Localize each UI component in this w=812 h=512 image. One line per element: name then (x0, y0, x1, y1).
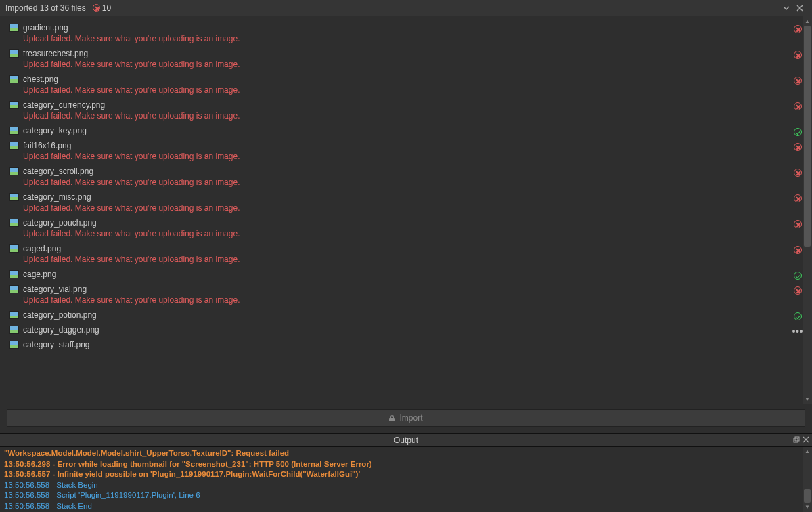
file-status (793, 312, 803, 321)
import-status-text: Imported 13 of 36 files (5, 3, 86, 13)
error-count: 10 (102, 3, 111, 13)
file-status (793, 219, 803, 229)
file-error-message: Upload failed. Make sure what you're upl… (23, 34, 803, 43)
file-name: treasurechest.png (23, 49, 88, 58)
file-row[interactable]: category_potion.png (0, 307, 812, 322)
file-status (793, 50, 803, 60)
file-name: category_dagger.png (23, 325, 99, 335)
file-status (793, 24, 803, 34)
output-line: 13:50:56.558 - Stack Begin (4, 480, 808, 491)
file-name: caged.png (23, 244, 61, 253)
file-row[interactable]: category_pouch.pngUpload failed. Make su… (0, 215, 812, 241)
scroll-down-arrow[interactable]: ▼ (803, 503, 812, 512)
file-row[interactable]: fail16x16.pngUpload failed. Make sure wh… (0, 138, 812, 164)
scroll-up-arrow[interactable]: ▲ (803, 447, 812, 456)
file-error-message: Upload failed. Make sure what you're upl… (23, 152, 803, 161)
output-close-button[interactable] (803, 436, 809, 444)
collapse-button[interactable] (780, 1, 793, 15)
status-error-icon (794, 286, 802, 295)
image-file-icon (9, 270, 19, 278)
image-file-icon (9, 24, 19, 32)
close-button[interactable] (793, 1, 807, 15)
status-error-icon (794, 246, 802, 254)
file-status (793, 245, 803, 255)
svg-rect-0 (794, 438, 798, 442)
file-row[interactable]: cage.png (0, 267, 812, 282)
lock-icon (389, 415, 395, 421)
file-row[interactable]: category_misc.pngUpload failed. Make sur… (0, 190, 812, 215)
file-status (793, 142, 803, 152)
status-error-icon (794, 102, 802, 110)
file-error-message: Upload failed. Make sure what you're upl… (23, 203, 803, 213)
file-name: fail16x16.png (23, 141, 71, 150)
image-file-icon (9, 101, 19, 109)
file-row[interactable]: category_dagger.png••• (0, 322, 812, 337)
chevron-down-icon (782, 4, 790, 12)
image-file-icon (9, 127, 19, 135)
file-error-message: Upload failed. Make sure what you're upl… (23, 60, 803, 69)
output-line: 13:50:56.298 - Error while loading thumb… (4, 459, 808, 470)
file-error-message: Upload failed. Make sure what you're upl… (23, 177, 803, 187)
file-error-message: Upload failed. Make sure what you're upl… (23, 255, 803, 264)
file-name: category_key.png (23, 126, 87, 135)
file-row[interactable]: category_staff.png (0, 337, 812, 352)
file-status (793, 168, 803, 177)
output-line: 13:50:56.558 - Script 'Plugin_1191990117… (4, 490, 808, 501)
image-file-icon (9, 193, 19, 201)
file-row[interactable]: category_currency.pngUpload failed. Make… (0, 98, 812, 123)
scroll-thumb[interactable] (804, 26, 811, 247)
file-name: category_pouch.png (23, 218, 97, 228)
scroll-up-arrow[interactable]: ▲ (803, 16, 812, 26)
close-icon (796, 4, 804, 12)
file-row[interactable]: gradient.pngUpload failed. Make sure wha… (0, 20, 812, 46)
import-button-label: Import (399, 413, 422, 423)
scroll-down-arrow[interactable]: ▼ (803, 394, 812, 404)
file-row[interactable]: category_vial.pngUpload failed. Make sur… (0, 282, 812, 307)
image-file-icon (9, 341, 19, 349)
scroll-track[interactable] (803, 26, 812, 394)
file-row[interactable]: category_scroll.pngUpload failed. Make s… (0, 164, 812, 190)
status-error-icon (794, 51, 802, 59)
file-list[interactable]: gradient.pngUpload failed. Make sure wha… (0, 16, 812, 404)
error-count-badge: 10 (93, 3, 111, 13)
file-name: gradient.png (23, 23, 68, 33)
image-file-icon (9, 311, 19, 319)
file-status (793, 286, 803, 295)
file-row[interactable]: chest.pngUpload failed. Make sure what y… (0, 72, 812, 98)
import-button[interactable]: Import (7, 409, 805, 427)
output-panel-header[interactable]: Output (0, 433, 812, 447)
undock-button[interactable] (793, 436, 800, 444)
status-success-icon (794, 272, 802, 280)
file-status (793, 194, 803, 203)
file-row[interactable]: treasurechest.pngUpload failed. Make sur… (0, 46, 812, 72)
image-file-icon (9, 75, 19, 83)
image-file-icon (9, 326, 19, 334)
scrollbar[interactable]: ▲ ▼ (803, 16, 812, 404)
image-file-icon (9, 285, 19, 293)
status-error-icon (794, 77, 802, 85)
output-scrollbar[interactable]: ▲ ▼ (803, 447, 812, 512)
output-panel-body[interactable]: "Workspace.Model.Model.Model.shirt_Upper… (0, 447, 812, 512)
file-error-message: Upload failed. Make sure what you're upl… (23, 229, 803, 238)
file-status (793, 341, 803, 351)
file-row[interactable]: caged.pngUpload failed. Make sure what y… (0, 241, 812, 267)
file-error-message: Upload failed. Make sure what you're upl… (23, 85, 803, 95)
output-line: "Workspace.Model.Model.Model.shirt_Upper… (4, 448, 808, 459)
file-error-message: Upload failed. Make sure what you're upl… (23, 111, 803, 121)
file-status (793, 76, 803, 85)
file-status (793, 271, 803, 280)
file-name: category_scroll.png (23, 167, 93, 176)
scroll-track[interactable] (803, 456, 812, 503)
file-name: category_staff.png (23, 340, 90, 349)
status-error-icon (794, 220, 802, 228)
status-error-icon (794, 143, 802, 151)
svg-rect-1 (795, 437, 799, 441)
output-title: Output (394, 435, 418, 445)
status-error-icon (794, 169, 802, 177)
import-panel-header: Imported 13 of 36 files 10 (0, 0, 812, 16)
output-line: 13:50:56.558 - Stack End (4, 501, 808, 512)
file-name: category_misc.png (23, 192, 91, 202)
scroll-thumb[interactable] (804, 489, 811, 503)
file-row[interactable]: category_key.png (0, 123, 812, 138)
image-file-icon (9, 49, 19, 58)
